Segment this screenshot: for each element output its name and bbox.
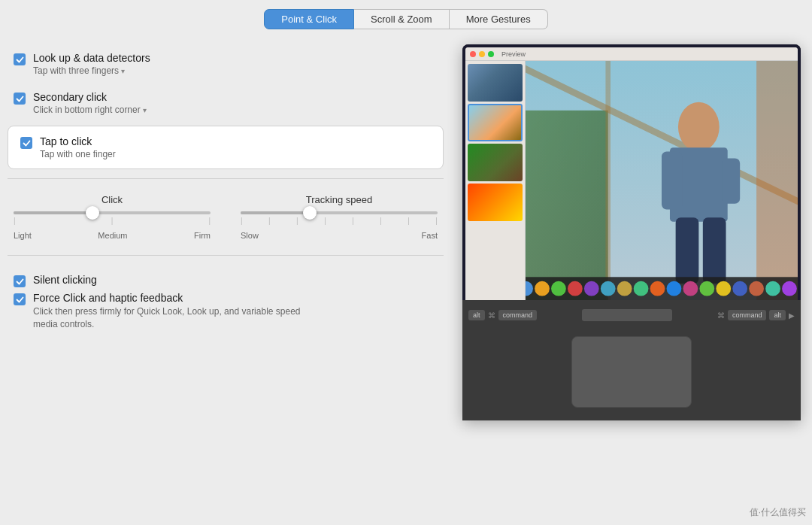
force-click-title: Force Click and haptic feedback [33,292,319,304]
alt-key-right: alt [769,310,786,320]
right-panel: Preview [459,44,804,525]
svg-point-21 [650,281,665,296]
tracking-ticks: | | | | | | | | [241,217,438,225]
watermark: 值·什么值得买 [750,506,806,519]
mac-sidebar [465,61,526,300]
secondary-click-chevron: ▾ [143,106,147,114]
svg-rect-8 [722,158,740,203]
trackpad[interactable] [571,336,692,408]
click-slider-labels: Light Medium Firm [14,231,211,240]
look-up-chevron: ▾ [121,67,125,75]
svg-rect-2 [526,111,608,300]
window-title: Preview [501,50,526,58]
tab-more-gestures[interactable]: More Gestures [450,9,548,29]
screen-area: Preview [462,44,801,300]
traffic-dot-green [488,51,494,57]
alt-key-left: alt [468,310,485,320]
secondary-click-title: Secondary click [33,91,147,103]
svg-point-19 [617,281,632,296]
look-up-checkbox[interactable] [14,53,26,65]
svg-point-14 [535,281,550,296]
left-keys: alt ⌘ command [468,310,537,320]
svg-point-28 [765,281,780,296]
traffic-dot-red [470,51,476,57]
svg-rect-7 [662,152,682,210]
svg-rect-9 [676,217,699,284]
secondary-click-subtitle: Click in bottom right corner ▾ [33,105,147,115]
click-max-label: Firm [194,231,211,240]
main-content: Look up & data detectors Tap with three … [8,44,804,525]
spacebar [582,309,672,321]
click-slider-label: Click [102,194,123,205]
svg-point-15 [551,281,566,296]
mac-window-content [465,61,798,300]
svg-point-18 [601,281,616,296]
look-up-subtitle: Tap with three fingers ▾ [33,65,150,76]
silent-clicking-title: Silent clicking [33,274,97,286]
svg-rect-11 [756,61,798,300]
click-ticks: | | | [14,217,211,225]
svg-point-22 [667,281,682,296]
thumb-forest [468,144,523,181]
force-click-desc: Click then press firmly for Quick Look, … [33,305,319,331]
divider-1 [8,178,444,179]
svg-point-17 [584,281,599,296]
tracking-max-label: Fast [422,231,438,240]
tap-to-click-item: Tap to click Tap with one finger [8,126,444,169]
tracking-min-label: Slow [241,231,259,240]
force-click-item: Force Click and haptic feedback Click th… [14,292,438,331]
tap-to-click-checkbox[interactable] [20,137,32,149]
mac-main-content [526,61,798,300]
macbook-preview: Preview [462,44,801,420]
look-up-title: Look up & data detectors [33,52,150,64]
tracking-slider-thumb[interactable] [303,206,317,220]
left-panel: Look up & data detectors Tap with three … [8,44,444,525]
tap-to-click-subtitle: Tap with one finger [40,149,116,159]
force-click-checkbox[interactable] [14,293,26,305]
silent-clicking-checkbox[interactable] [14,275,26,287]
secondary-click-checkbox[interactable] [14,93,26,105]
tap-to-click-title: Tap to click [40,135,116,147]
command-key-left: command [498,310,538,320]
svg-point-25 [716,281,731,296]
mac-window-titlebar: Preview [465,47,798,61]
thumb-fire [468,184,523,221]
tracking-slider-labels: Slow Fast [241,231,438,240]
svg-point-24 [699,281,714,296]
look-up-item: Look up & data detectors Tap with three … [8,44,444,83]
main-photo [526,61,798,300]
svg-point-16 [568,281,583,296]
tracking-slider-group: Tracking speed | | | | | | | | [241,194,438,240]
click-slider-thumb[interactable] [86,206,99,220]
click-slider-filled [14,211,92,214]
mac-window: Preview [465,47,798,300]
divider-2 [8,255,444,256]
svg-point-20 [634,281,649,296]
click-slider-track [14,211,211,214]
svg-rect-10 [703,217,726,284]
thumb-beach [468,104,523,141]
right-keys: ⌘ command alt ▶ [717,310,795,320]
silent-clicking-item: Silent clicking [14,274,438,287]
tracking-slider-filled [241,211,310,214]
keyboard-area: alt ⌘ command ⌘ command alt ▶ [462,300,801,330]
tab-point-click[interactable]: Point & Click [264,9,354,29]
tab-scroll-zoom[interactable]: Scroll & Zoom [354,9,450,29]
secondary-click-item: Secondary click Click in bottom right co… [8,83,444,123]
tracking-slider-label: Tracking speed [306,194,372,205]
tab-bar: Point & Click Scroll & Zoom More Gesture… [264,9,547,29]
svg-point-23 [683,281,698,296]
svg-point-27 [749,281,764,296]
thumb-mountains [468,64,523,102]
click-min-label: Light [14,231,32,240]
svg-point-26 [732,281,747,296]
main-photo-svg [526,61,798,300]
tracking-slider-track [241,211,438,214]
svg-point-29 [782,281,797,296]
click-mid-label: Medium [98,231,127,240]
sliders-section: Click | | | Light Medium Firm [8,185,444,249]
svg-point-5 [678,102,720,152]
command-key-right: command [728,310,767,320]
click-slider-group: Click | | | Light Medium Firm [14,194,211,240]
traffic-dot-yellow [479,51,485,57]
